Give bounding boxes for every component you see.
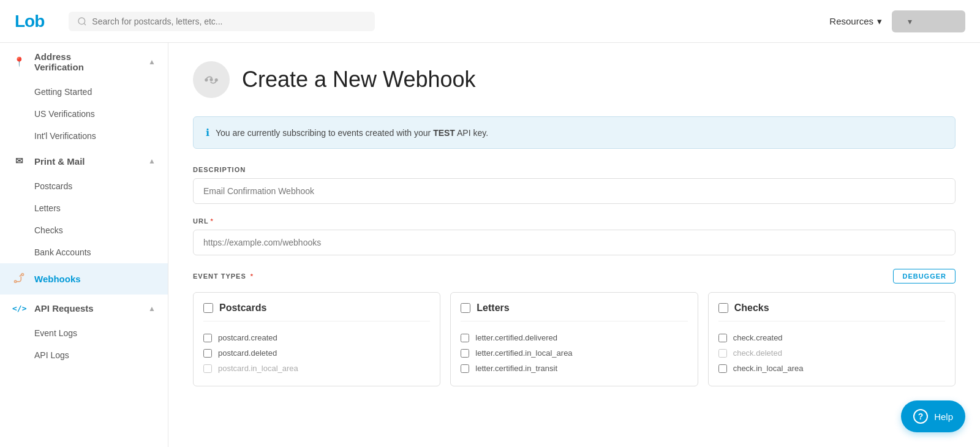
debugger-button[interactable]: DEBUGGER xyxy=(893,269,956,284)
chevron-down-icon: ▾ xyxy=(877,16,882,27)
chevron-up-icon: ▲ xyxy=(148,157,156,165)
event-item: letter.certified.delivered xyxy=(461,330,687,345)
logo: Lob xyxy=(15,12,44,31)
sidebar-item-api-logs[interactable]: API Logs xyxy=(0,344,168,366)
sidebar-item-api-requests[interactable]: </> API Requests ▲ xyxy=(0,295,168,322)
sidebar-section-address: 📍 AddressVerification ▲ Getting Started … xyxy=(0,43,168,147)
postcard-deleted-checkbox[interactable] xyxy=(203,349,212,358)
url-input[interactable] xyxy=(193,230,956,255)
postcards-select-all-checkbox[interactable] xyxy=(203,303,213,313)
sidebar-item-address-verification[interactable]: 📍 AddressVerification ▲ xyxy=(0,43,168,81)
event-card-header-postcards: Postcards xyxy=(203,302,430,321)
search-icon xyxy=(77,17,87,26)
nav-right: Resources ▾ ▾ xyxy=(829,10,965,32)
sidebar-item-postcards[interactable]: Postcards xyxy=(0,175,168,197)
sidebar-item-getting-started[interactable]: Getting Started xyxy=(0,81,168,103)
page-title: Create a New Webhook xyxy=(242,67,476,92)
postcard-created-checkbox[interactable] xyxy=(203,334,212,342)
search-bar[interactable] xyxy=(69,12,375,31)
event-types-header: EVENT TYPES * DEBUGGER xyxy=(193,269,956,284)
letters-select-all-checkbox[interactable] xyxy=(461,303,470,313)
event-item: letter.certified.in_local_area xyxy=(461,345,687,361)
svg-point-5 xyxy=(205,79,208,81)
mail-icon: ✉ xyxy=(12,156,26,167)
info-icon: ℹ xyxy=(206,127,209,138)
account-button[interactable]: ▾ xyxy=(892,10,965,32)
sidebar-item-label: API Requests xyxy=(34,303,94,314)
letter-certified-delivered-checkbox[interactable] xyxy=(461,334,469,342)
chevron-up-icon: ▲ xyxy=(148,58,156,66)
webhook-icon xyxy=(12,272,26,286)
chevron-up-icon: ▲ xyxy=(148,304,156,313)
svg-point-6 xyxy=(215,79,217,81)
help-button[interactable]: ? Help xyxy=(901,400,965,432)
event-card-letters: Letters letter.certified.delivered lette… xyxy=(450,292,698,386)
sidebar-item-print-mail[interactable]: ✉ Print & Mail ▲ xyxy=(0,147,168,175)
event-card-header-letters: Letters xyxy=(461,302,687,321)
event-card-checks: Checks check.created check.deleted check… xyxy=(708,292,956,386)
letter-certified-in-transit-checkbox[interactable] xyxy=(461,364,469,373)
sidebar-section-webhooks: Webhooks xyxy=(0,263,168,295)
event-item: postcard.created xyxy=(203,330,430,345)
sidebar-section-api-requests: </> API Requests ▲ Event Logs API Logs xyxy=(0,295,168,366)
svg-point-4 xyxy=(210,78,213,81)
description-input[interactable] xyxy=(193,178,956,204)
sidebar-item-event-logs[interactable]: Event Logs xyxy=(0,322,168,344)
url-section: URL* xyxy=(193,217,956,255)
event-types-label: EVENT TYPES * xyxy=(193,272,254,280)
sidebar: 📍 AddressVerification ▲ Getting Started … xyxy=(0,43,168,447)
event-card-postcards: Postcards postcard.created postcard.dele… xyxy=(193,292,440,386)
svg-point-3 xyxy=(21,274,23,276)
event-item: check.created xyxy=(718,330,945,345)
layout: 📍 AddressVerification ▲ Getting Started … xyxy=(0,43,980,447)
event-item: letter.certified.in_transit xyxy=(461,361,687,376)
search-input[interactable] xyxy=(92,17,366,26)
event-cards: Postcards postcard.created postcard.dele… xyxy=(193,292,956,386)
event-item: check.in_local_area xyxy=(718,361,945,376)
code-icon: </> xyxy=(12,304,26,313)
event-item: postcard.deleted xyxy=(203,345,430,361)
required-indicator: * xyxy=(211,217,214,225)
page-header: Create a New Webhook xyxy=(193,61,956,98)
event-card-header-checks: Checks xyxy=(718,302,945,321)
check-in-local-area-checkbox[interactable] xyxy=(718,364,727,373)
sidebar-item-us-verifications[interactable]: US Verifications xyxy=(0,103,168,125)
help-label: Help xyxy=(934,411,953,422)
svg-point-2 xyxy=(15,280,17,282)
svg-line-1 xyxy=(84,23,86,25)
sidebar-item-intl-verifications[interactable]: Int'l Verifications xyxy=(0,125,168,147)
sidebar-item-bank-accounts[interactable]: Bank Accounts xyxy=(0,241,168,263)
help-question-icon: ? xyxy=(913,409,928,424)
location-icon: 📍 xyxy=(12,56,26,67)
sidebar-item-label: Print & Mail xyxy=(34,156,85,167)
sidebar-item-label: AddressVerification xyxy=(34,51,84,72)
sidebar-item-label: Webhooks xyxy=(34,274,81,284)
postcard-in-local-area-checkbox[interactable] xyxy=(203,364,212,373)
event-item-dimmed: postcard.in_local_area xyxy=(203,361,430,376)
check-created-checkbox[interactable] xyxy=(718,334,727,342)
info-banner: ℹ You are currently subscribing to event… xyxy=(193,116,956,149)
resources-button[interactable]: Resources ▾ xyxy=(829,16,882,27)
checks-select-all-checkbox[interactable] xyxy=(718,303,728,313)
main-content: Create a New Webhook ℹ You are currently… xyxy=(168,43,980,447)
sidebar-section-print-mail: ✉ Print & Mail ▲ Postcards Letters Check… xyxy=(0,147,168,263)
description-section: DESCRIPTION xyxy=(193,166,956,204)
check-deleted-checkbox[interactable] xyxy=(718,349,727,358)
page-icon xyxy=(193,61,230,98)
sidebar-item-checks[interactable]: Checks xyxy=(0,219,168,241)
description-label: DESCRIPTION xyxy=(193,166,956,173)
sidebar-item-webhooks[interactable]: Webhooks xyxy=(0,263,168,295)
required-indicator: * xyxy=(248,272,254,280)
event-types-section: EVENT TYPES * DEBUGGER Postcards postcar… xyxy=(193,269,956,386)
letter-certified-in-local-area-checkbox[interactable] xyxy=(461,349,469,358)
chevron-down-icon: ▾ xyxy=(908,17,912,26)
svg-point-0 xyxy=(78,18,85,24)
url-label: URL* xyxy=(193,217,956,225)
api-key-type: TEST xyxy=(433,128,455,138)
sidebar-item-letters[interactable]: Letters xyxy=(0,197,168,219)
navbar: Lob Resources ▾ ▾ xyxy=(0,0,980,43)
event-item-dimmed: check.deleted xyxy=(718,345,945,361)
